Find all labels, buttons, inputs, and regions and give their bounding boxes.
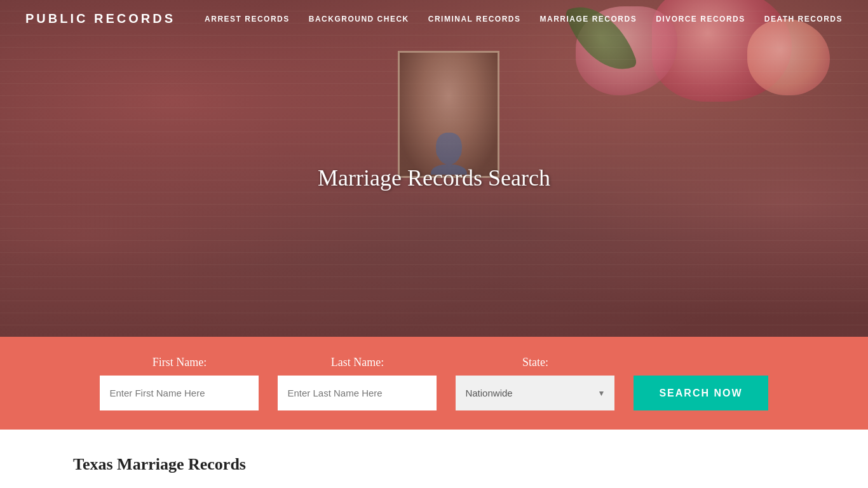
hero-title: Marriage Records Search xyxy=(318,165,550,191)
hero-section: 👤 Marriage Records Search xyxy=(0,0,868,337)
state-label: State: xyxy=(456,356,614,369)
content-section: Texas Marriage Records Texas Marriage Re… xyxy=(0,430,868,488)
vintage-photo: 👤 xyxy=(398,51,499,178)
first-name-field: First Name: xyxy=(100,356,259,410)
search-section: First Name: Last Name: State: Nationwide… xyxy=(0,337,868,430)
first-name-label: First Name: xyxy=(100,356,259,369)
nav-item-criminal-records[interactable]: CRIMINAL RECORDS xyxy=(428,15,521,24)
content-title: Texas Marriage Records xyxy=(73,455,795,474)
site-header: PUBLIC RECORDS ARREST RECORDSBACKGROUND … xyxy=(0,0,868,37)
last-name-field: Last Name: xyxy=(278,356,437,410)
nav-item-death-records[interactable]: DEATH RECORDS xyxy=(764,15,843,24)
nav-item-marriage-records[interactable]: MARRIAGE RECORDS xyxy=(540,15,637,24)
hero-content: Marriage Records Search xyxy=(318,165,550,191)
main-nav: ARREST RECORDSBACKGROUND CHECKCRIMINAL R… xyxy=(205,15,843,24)
nav-item-background-check[interactable]: BACKGROUND CHECK xyxy=(309,15,409,24)
state-select-wrapper: NationwideAlabamaAlaskaArizonaArkansasCa… xyxy=(456,376,614,410)
state-field: State: NationwideAlabamaAlaskaArizonaArk… xyxy=(456,356,614,410)
last-name-input[interactable] xyxy=(278,376,437,410)
search-now-button[interactable]: SEARCH NOW xyxy=(634,376,768,410)
state-select[interactable]: NationwideAlabamaAlaskaArizonaArkansasCa… xyxy=(456,376,614,410)
first-name-input[interactable] xyxy=(100,376,259,410)
nav-item-arrest-records[interactable]: ARREST RECORDS xyxy=(205,15,290,24)
last-name-label: Last Name: xyxy=(278,356,437,369)
vintage-photo-face: 👤 xyxy=(400,53,498,176)
content-body: Texas Marriage Records or Texas Marriage… xyxy=(73,485,795,488)
nav-item-divorce-records[interactable]: DIVORCE RECORDS xyxy=(656,15,745,24)
site-logo: PUBLIC RECORDS xyxy=(25,11,175,26)
